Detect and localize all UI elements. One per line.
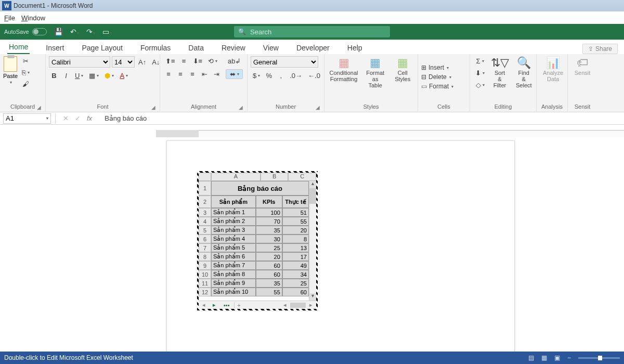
italic-button[interactable]: I <box>61 71 71 81</box>
cells-delete-button[interactable]: ⊟Delete▾ <box>421 73 451 81</box>
view-normal-icon[interactable]: ▤ <box>528 354 534 361</box>
cell-product[interactable]: Sản phẩm 9 <box>211 279 256 288</box>
header-thuc-te[interactable]: Thực tế <box>282 196 309 208</box>
format-painter-icon[interactable]: 🖌 <box>20 79 32 89</box>
cell-actual[interactable]: 55 <box>282 217 309 226</box>
scroll-thumb[interactable] <box>309 188 316 204</box>
tab-home[interactable]: Home <box>7 41 30 54</box>
row-header[interactable]: 6 <box>199 235 211 243</box>
horizontal-ruler[interactable] <box>156 129 624 138</box>
hscroll-thumb[interactable] <box>290 303 306 308</box>
cell-product[interactable]: Sản phẩm 3 <box>211 226 256 235</box>
cell-actual[interactable]: 60 <box>282 288 309 296</box>
vertical-scrollbar[interactable]: ▲ ▼ <box>309 181 316 301</box>
cell-actual[interactable]: 17 <box>282 252 309 261</box>
number-format-select[interactable]: General <box>251 56 318 68</box>
bold-button[interactable]: B <box>49 71 59 81</box>
tab-data[interactable]: Data <box>187 42 205 54</box>
increase-indent-icon[interactable]: ⇥ <box>211 69 222 79</box>
col-header-a[interactable]: A <box>211 173 261 181</box>
view-web-icon[interactable]: ▣ <box>554 354 560 361</box>
tab-review[interactable]: Review <box>220 42 247 54</box>
sensitivity-button[interactable]: 🏷 Sensit <box>571 56 594 77</box>
col-header-c[interactable]: C <box>288 173 316 181</box>
row-header[interactable]: 1 <box>199 181 211 196</box>
cell-actual[interactable]: 8 <box>282 235 309 243</box>
align-top-icon[interactable]: ⬆≡ <box>163 56 177 66</box>
merge-center-icon[interactable]: ⬌▾ <box>226 69 243 79</box>
cell-kpi[interactable]: 100 <box>256 208 282 217</box>
row-header[interactable]: 4 <box>199 217 211 226</box>
cell-actual[interactable]: 13 <box>282 243 309 252</box>
align-left-icon[interactable]: ≡ <box>163 69 174 79</box>
scroll-up-icon[interactable]: ▲ <box>309 181 316 188</box>
cell-actual[interactable]: 49 <box>282 261 309 270</box>
decrease-decimal-icon[interactable]: ←.0 <box>306 71 322 81</box>
cell-kpi[interactable]: 35 <box>256 226 282 235</box>
tab-nav-prev-icon[interactable]: ◂ <box>199 302 209 308</box>
row-header[interactable]: 12 <box>199 288 211 296</box>
row-header[interactable]: 8 <box>199 252 211 261</box>
tab-insert[interactable]: Insert <box>44 42 66 54</box>
col-header-b[interactable]: B <box>261 173 289 181</box>
cell-product[interactable]: Sản phẩm 10 <box>211 288 256 296</box>
search-input[interactable] <box>250 28 386 36</box>
add-sheet-button[interactable]: + <box>235 302 244 308</box>
tab-formulas[interactable]: Formulas <box>139 42 172 54</box>
cell-kpi[interactable]: 25 <box>256 243 282 252</box>
view-page-icon[interactable]: ▦ <box>541 354 547 361</box>
border-button[interactable]: ▦▾ <box>87 71 101 81</box>
select-all-corner[interactable] <box>199 173 211 181</box>
increase-font-icon[interactable]: A↑ <box>136 57 148 67</box>
cell-kpi[interactable]: 20 <box>256 252 282 261</box>
row-header[interactable]: 10 <box>199 270 211 279</box>
cut-icon[interactable]: ✂ <box>20 56 32 66</box>
cell-product[interactable]: Sản phẩm 7 <box>211 261 256 270</box>
number-launcher-icon[interactable]: ◢ <box>316 105 322 111</box>
sheet-tab-menu[interactable]: ••• <box>219 302 235 308</box>
hscroll-left-icon[interactable]: ◂ <box>280 302 290 308</box>
fill-icon[interactable]: ⬇▾ <box>473 68 487 78</box>
cell-product[interactable]: Sản phẩm 4 <box>211 235 256 243</box>
font-size-select[interactable]: 14 <box>112 56 135 68</box>
cell-actual[interactable]: 51 <box>282 208 309 217</box>
header-san-pham[interactable]: Sản phẩm <box>211 196 256 208</box>
format-as-table-button[interactable]: ▦ Format as Table <box>362 56 388 89</box>
menu-file[interactable]: File <box>4 14 15 22</box>
fx-icon[interactable]: fx <box>84 114 95 122</box>
clipboard-launcher-icon[interactable]: ◢ <box>37 105 43 111</box>
cell-product[interactable]: Sản phẩm 8 <box>211 270 256 279</box>
cell-product[interactable]: Sản phẩm 2 <box>211 217 256 226</box>
cell-actual[interactable]: 34 <box>282 270 309 279</box>
percent-format-icon[interactable]: % <box>264 71 274 81</box>
tab-view[interactable]: View <box>262 42 280 54</box>
undo-icon[interactable]: ↶▾ <box>70 28 79 36</box>
analyze-data-button[interactable]: 📊 Analyze Data <box>540 56 566 83</box>
cell-styles-button[interactable]: ▦ Cell Styles <box>391 56 414 83</box>
font-launcher-icon[interactable]: ◢ <box>151 105 158 111</box>
tab-help[interactable]: Help <box>346 42 364 54</box>
sort-filter-button[interactable]: ⇅▽ Sort & Filter <box>489 56 511 89</box>
autosave-toggle[interactable]: AutoSave <box>4 28 47 35</box>
align-right-icon[interactable]: ≡ <box>187 69 198 79</box>
cell-kpi[interactable]: 35 <box>256 279 282 288</box>
zoom-slider[interactable] <box>578 357 620 359</box>
header-kpis[interactable]: KPIs <box>256 196 282 208</box>
row-header[interactable]: 9 <box>199 261 211 270</box>
zoom-out-icon[interactable]: − <box>567 354 571 361</box>
align-middle-icon[interactable]: ≡ <box>179 56 189 66</box>
fill-color-button[interactable]: ⬢▾ <box>102 71 116 81</box>
enter-formula-icon[interactable]: ✓ <box>72 114 84 122</box>
row-header[interactable]: 3 <box>199 208 211 217</box>
conditional-formatting-button[interactable]: ▦ Conditional Formatting <box>328 56 360 83</box>
scroll-down-icon[interactable]: ▼ <box>309 293 316 301</box>
title-cell[interactable]: Bảng báo cáo <box>211 181 309 196</box>
cell-kpi[interactable]: 60 <box>256 270 282 279</box>
vertical-ruler[interactable] <box>2 140 11 352</box>
formula-content[interactable]: Bảng báo cáo <box>95 114 147 122</box>
underline-button[interactable]: U▾ <box>73 71 85 81</box>
find-select-button[interactable]: 🔍 Find & Select <box>513 56 535 89</box>
cancel-formula-icon[interactable]: ✕ <box>60 114 72 122</box>
cells-insert-button[interactable]: ⊞Insert▾ <box>421 64 449 71</box>
cell-kpi[interactable]: 60 <box>256 261 282 270</box>
